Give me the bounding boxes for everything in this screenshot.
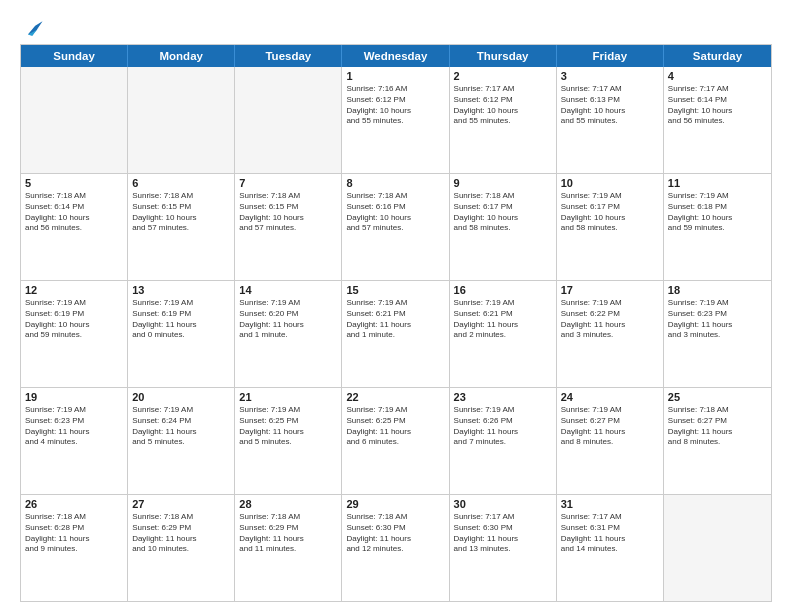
day-number: 26 [25,498,123,510]
day-info: Sunrise: 7:17 AM Sunset: 6:12 PM Dayligh… [454,84,552,127]
calendar-cell: 6Sunrise: 7:18 AM Sunset: 6:15 PM Daylig… [128,174,235,280]
day-info: Sunrise: 7:17 AM Sunset: 6:13 PM Dayligh… [561,84,659,127]
day-number: 18 [668,284,767,296]
calendar-cell: 10Sunrise: 7:19 AM Sunset: 6:17 PM Dayli… [557,174,664,280]
calendar-row-4: 19Sunrise: 7:19 AM Sunset: 6:23 PM Dayli… [21,388,771,495]
day-info: Sunrise: 7:19 AM Sunset: 6:27 PM Dayligh… [561,405,659,448]
day-number: 1 [346,70,444,82]
calendar-row-3: 12Sunrise: 7:19 AM Sunset: 6:19 PM Dayli… [21,281,771,388]
day-info: Sunrise: 7:17 AM Sunset: 6:14 PM Dayligh… [668,84,767,127]
calendar-cell: 2Sunrise: 7:17 AM Sunset: 6:12 PM Daylig… [450,67,557,173]
day-info: Sunrise: 7:19 AM Sunset: 6:17 PM Dayligh… [561,191,659,234]
day-number: 27 [132,498,230,510]
day-number: 5 [25,177,123,189]
day-info: Sunrise: 7:18 AM Sunset: 6:17 PM Dayligh… [454,191,552,234]
day-number: 25 [668,391,767,403]
day-info: Sunrise: 7:17 AM Sunset: 6:30 PM Dayligh… [454,512,552,555]
day-number: 30 [454,498,552,510]
calendar-cell: 31Sunrise: 7:17 AM Sunset: 6:31 PM Dayli… [557,495,664,601]
day-info: Sunrise: 7:18 AM Sunset: 6:27 PM Dayligh… [668,405,767,448]
calendar-cell: 22Sunrise: 7:19 AM Sunset: 6:25 PM Dayli… [342,388,449,494]
calendar-cell: 5Sunrise: 7:18 AM Sunset: 6:14 PM Daylig… [21,174,128,280]
day-number: 4 [668,70,767,82]
calendar-cell: 15Sunrise: 7:19 AM Sunset: 6:21 PM Dayli… [342,281,449,387]
calendar-cell: 14Sunrise: 7:19 AM Sunset: 6:20 PM Dayli… [235,281,342,387]
logo-bird-icon [22,18,44,40]
day-info: Sunrise: 7:16 AM Sunset: 6:12 PM Dayligh… [346,84,444,127]
page: SundayMondayTuesdayWednesdayThursdayFrid… [0,0,792,612]
calendar-header-row: SundayMondayTuesdayWednesdayThursdayFrid… [21,45,771,67]
calendar-body: 1Sunrise: 7:16 AM Sunset: 6:12 PM Daylig… [21,67,771,601]
day-number: 22 [346,391,444,403]
day-info: Sunrise: 7:18 AM Sunset: 6:15 PM Dayligh… [132,191,230,234]
day-info: Sunrise: 7:19 AM Sunset: 6:25 PM Dayligh… [346,405,444,448]
calendar-cell: 16Sunrise: 7:19 AM Sunset: 6:21 PM Dayli… [450,281,557,387]
day-info: Sunrise: 7:19 AM Sunset: 6:24 PM Dayligh… [132,405,230,448]
day-info: Sunrise: 7:19 AM Sunset: 6:23 PM Dayligh… [25,405,123,448]
day-info: Sunrise: 7:18 AM Sunset: 6:16 PM Dayligh… [346,191,444,234]
day-info: Sunrise: 7:18 AM Sunset: 6:28 PM Dayligh… [25,512,123,555]
calendar-cell [128,67,235,173]
day-number: 6 [132,177,230,189]
day-info: Sunrise: 7:17 AM Sunset: 6:31 PM Dayligh… [561,512,659,555]
day-info: Sunrise: 7:19 AM Sunset: 6:19 PM Dayligh… [132,298,230,341]
day-number: 9 [454,177,552,189]
calendar-cell: 20Sunrise: 7:19 AM Sunset: 6:24 PM Dayli… [128,388,235,494]
header [20,18,772,36]
calendar-cell [664,495,771,601]
day-info: Sunrise: 7:19 AM Sunset: 6:21 PM Dayligh… [346,298,444,341]
calendar-cell: 9Sunrise: 7:18 AM Sunset: 6:17 PM Daylig… [450,174,557,280]
day-number: 28 [239,498,337,510]
weekday-header-friday: Friday [557,45,664,67]
logo [20,18,44,36]
day-number: 12 [25,284,123,296]
calendar-cell: 25Sunrise: 7:18 AM Sunset: 6:27 PM Dayli… [664,388,771,494]
calendar-cell: 28Sunrise: 7:18 AM Sunset: 6:29 PM Dayli… [235,495,342,601]
day-number: 19 [25,391,123,403]
day-number: 23 [454,391,552,403]
calendar-cell: 26Sunrise: 7:18 AM Sunset: 6:28 PM Dayli… [21,495,128,601]
calendar-row-2: 5Sunrise: 7:18 AM Sunset: 6:14 PM Daylig… [21,174,771,281]
calendar-cell: 23Sunrise: 7:19 AM Sunset: 6:26 PM Dayli… [450,388,557,494]
day-number: 20 [132,391,230,403]
weekday-header-thursday: Thursday [450,45,557,67]
calendar-cell: 17Sunrise: 7:19 AM Sunset: 6:22 PM Dayli… [557,281,664,387]
day-info: Sunrise: 7:18 AM Sunset: 6:30 PM Dayligh… [346,512,444,555]
calendar-cell: 8Sunrise: 7:18 AM Sunset: 6:16 PM Daylig… [342,174,449,280]
calendar-cell: 3Sunrise: 7:17 AM Sunset: 6:13 PM Daylig… [557,67,664,173]
day-info: Sunrise: 7:19 AM Sunset: 6:26 PM Dayligh… [454,405,552,448]
day-info: Sunrise: 7:18 AM Sunset: 6:29 PM Dayligh… [132,512,230,555]
day-number: 31 [561,498,659,510]
calendar-cell: 29Sunrise: 7:18 AM Sunset: 6:30 PM Dayli… [342,495,449,601]
day-number: 15 [346,284,444,296]
day-info: Sunrise: 7:18 AM Sunset: 6:15 PM Dayligh… [239,191,337,234]
logo-text [20,18,44,40]
day-info: Sunrise: 7:19 AM Sunset: 6:19 PM Dayligh… [25,298,123,341]
day-info: Sunrise: 7:19 AM Sunset: 6:22 PM Dayligh… [561,298,659,341]
calendar-cell: 1Sunrise: 7:16 AM Sunset: 6:12 PM Daylig… [342,67,449,173]
weekday-header-wednesday: Wednesday [342,45,449,67]
day-info: Sunrise: 7:19 AM Sunset: 6:25 PM Dayligh… [239,405,337,448]
calendar-cell [235,67,342,173]
day-number: 7 [239,177,337,189]
calendar-cell: 27Sunrise: 7:18 AM Sunset: 6:29 PM Dayli… [128,495,235,601]
calendar-cell: 11Sunrise: 7:19 AM Sunset: 6:18 PM Dayli… [664,174,771,280]
day-number: 14 [239,284,337,296]
day-number: 21 [239,391,337,403]
calendar-cell: 24Sunrise: 7:19 AM Sunset: 6:27 PM Dayli… [557,388,664,494]
day-number: 16 [454,284,552,296]
svg-marker-0 [28,21,43,34]
weekday-header-saturday: Saturday [664,45,771,67]
day-info: Sunrise: 7:19 AM Sunset: 6:21 PM Dayligh… [454,298,552,341]
day-info: Sunrise: 7:18 AM Sunset: 6:29 PM Dayligh… [239,512,337,555]
day-number: 8 [346,177,444,189]
calendar-cell: 18Sunrise: 7:19 AM Sunset: 6:23 PM Dayli… [664,281,771,387]
day-info: Sunrise: 7:18 AM Sunset: 6:14 PM Dayligh… [25,191,123,234]
calendar-cell: 7Sunrise: 7:18 AM Sunset: 6:15 PM Daylig… [235,174,342,280]
weekday-header-sunday: Sunday [21,45,128,67]
calendar-cell: 19Sunrise: 7:19 AM Sunset: 6:23 PM Dayli… [21,388,128,494]
calendar-cell [21,67,128,173]
calendar-cell: 4Sunrise: 7:17 AM Sunset: 6:14 PM Daylig… [664,67,771,173]
day-number: 3 [561,70,659,82]
day-info: Sunrise: 7:19 AM Sunset: 6:18 PM Dayligh… [668,191,767,234]
